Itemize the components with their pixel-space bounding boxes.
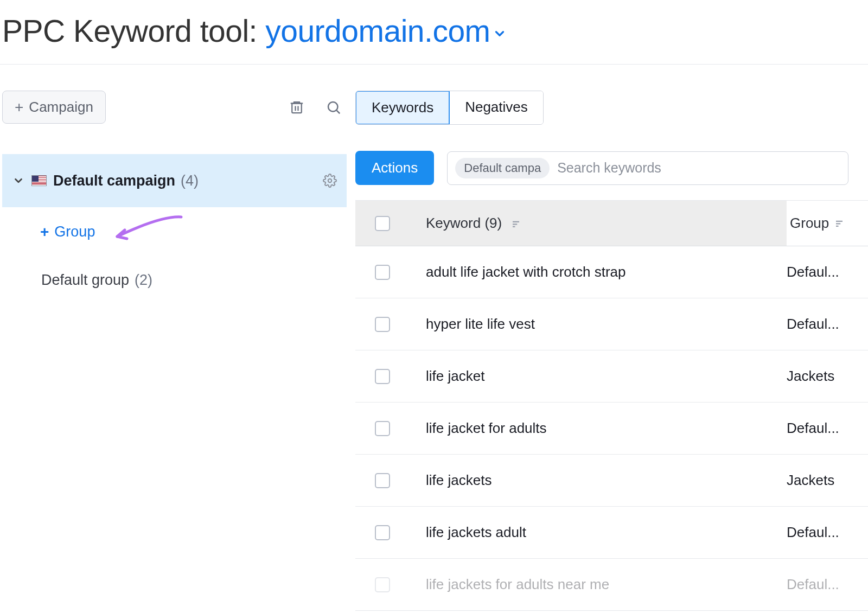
svg-rect-6 bbox=[513, 221, 519, 222]
cell-keyword: life jackets bbox=[410, 472, 787, 489]
row-checkbox[interactable] bbox=[375, 525, 390, 540]
sidebar-campaign-row[interactable]: Default campaign (4) bbox=[2, 154, 347, 207]
actions-button[interactable]: Actions bbox=[355, 151, 434, 185]
cell-keyword: adult life jacket with crotch strap bbox=[410, 264, 787, 280]
domain-selector[interactable]: yourdomain.com bbox=[265, 14, 506, 48]
search-input[interactable] bbox=[557, 160, 840, 176]
row-checkbox[interactable] bbox=[375, 473, 390, 488]
title-prefix: PPC Keyword tool: bbox=[2, 14, 265, 48]
filter-chip[interactable]: Default campa bbox=[455, 158, 550, 178]
svg-rect-9 bbox=[836, 220, 843, 221]
row-checkbox[interactable] bbox=[375, 577, 390, 592]
tab-negatives[interactable]: Negatives bbox=[449, 91, 543, 124]
svg-rect-8 bbox=[513, 226, 515, 227]
add-campaign-label: Campaign bbox=[29, 99, 93, 116]
table-header: Keyword (9) Group bbox=[355, 201, 868, 246]
add-group-button[interactable]: + Group bbox=[2, 207, 347, 257]
cell-keyword: life jacket bbox=[410, 368, 787, 385]
collapse-toggle[interactable] bbox=[8, 175, 29, 187]
table-row[interactable]: adult life jacket with crotch strap Defa… bbox=[355, 246, 868, 298]
sidebar-group-row[interactable]: Default group (2) bbox=[2, 257, 347, 304]
search-wrap[interactable]: Default campa bbox=[447, 151, 848, 185]
table-row[interactable]: hyper lite life vest Defaul... bbox=[355, 298, 868, 350]
svg-point-3 bbox=[328, 102, 338, 112]
svg-line-4 bbox=[337, 110, 340, 113]
svg-point-5 bbox=[328, 179, 332, 183]
cell-keyword: life jackets for adults near me bbox=[410, 576, 787, 593]
row-checkbox[interactable] bbox=[375, 317, 390, 332]
search-button[interactable] bbox=[321, 94, 347, 120]
group-count: (2) bbox=[135, 272, 152, 289]
sidebar: + Campaign Default campaign (4) + bbox=[0, 91, 355, 611]
select-all-checkbox[interactable] bbox=[375, 216, 390, 231]
cell-group: Defaul... bbox=[787, 264, 868, 280]
sort-icon bbox=[511, 219, 521, 229]
cell-group: Jackets bbox=[787, 472, 868, 489]
cell-keyword: life jackets adult bbox=[410, 524, 787, 541]
row-checkbox[interactable] bbox=[375, 265, 390, 280]
table-row[interactable]: life jacket for adults Defaul... bbox=[355, 403, 868, 455]
svg-rect-7 bbox=[513, 224, 517, 225]
row-checkbox[interactable] bbox=[375, 421, 390, 436]
main-content: Keywords Negatives Actions Default campa… bbox=[355, 91, 868, 611]
row-checkbox[interactable] bbox=[375, 369, 390, 384]
chevron-down-icon bbox=[493, 27, 507, 41]
gear-icon bbox=[323, 174, 337, 188]
sort-icon bbox=[834, 219, 844, 228]
annotation-arrow-icon bbox=[111, 210, 187, 245]
group-name: Default group bbox=[41, 272, 129, 289]
add-campaign-button[interactable]: + Campaign bbox=[2, 91, 106, 124]
campaign-count: (4) bbox=[181, 173, 199, 189]
cell-group: Defaul... bbox=[787, 524, 868, 541]
svg-rect-0 bbox=[292, 103, 302, 113]
cell-group: Jackets bbox=[787, 368, 868, 385]
column-group[interactable]: Group bbox=[787, 201, 868, 246]
search-icon bbox=[326, 99, 342, 116]
table-row[interactable]: life jacket Jackets bbox=[355, 350, 868, 403]
cell-keyword: hyper lite life vest bbox=[410, 316, 787, 333]
tab-keywords[interactable]: Keywords bbox=[355, 91, 450, 125]
column-keyword[interactable]: Keyword (9) bbox=[410, 215, 787, 232]
plus-icon: + bbox=[15, 100, 23, 115]
plus-icon: + bbox=[40, 225, 49, 240]
campaign-name: Default campaign bbox=[53, 173, 175, 189]
campaign-settings-button[interactable] bbox=[323, 174, 337, 188]
svg-rect-11 bbox=[836, 225, 839, 226]
table-row[interactable]: life jackets Jackets bbox=[355, 455, 868, 507]
trash-icon bbox=[289, 99, 305, 116]
cell-group: Defaul... bbox=[787, 576, 868, 593]
us-flag-icon bbox=[31, 175, 47, 186]
table-row[interactable]: life jackets for adults near me Defaul..… bbox=[355, 559, 868, 611]
table-row[interactable]: life jackets adult Defaul... bbox=[355, 507, 868, 559]
tabs: Keywords Negatives bbox=[355, 91, 544, 125]
svg-rect-10 bbox=[836, 223, 840, 224]
add-group-label: Group bbox=[54, 224, 95, 240]
chevron-down-icon bbox=[12, 175, 24, 187]
page-title: PPC Keyword tool: yourdomain.com bbox=[2, 13, 868, 49]
keyword-table: Keyword (9) Group adult life jacket with… bbox=[355, 200, 868, 611]
cell-group: Defaul... bbox=[787, 316, 868, 333]
cell-keyword: life jacket for adults bbox=[410, 420, 787, 437]
trash-button[interactable] bbox=[284, 94, 310, 120]
cell-group: Defaul... bbox=[787, 420, 868, 437]
